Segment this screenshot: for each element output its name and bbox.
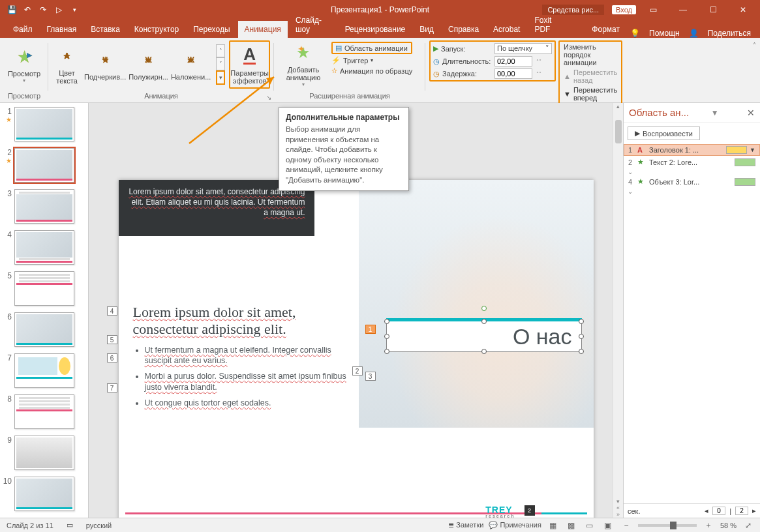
move-earlier-button[interactable]: ▲Переместить назад [564,68,617,84]
slide-thumbnails[interactable]: 1★ 2★ 3 4 5 6 7 8 9 10 [0,103,89,518]
anim-pane-item-1[interactable]: 1 A Заголовок 1: ... ▼ [624,144,760,156]
tab-design[interactable]: Конструктор [128,21,185,38]
slide-page-number: 2 [524,505,535,516]
animation-painter-button[interactable]: ✫ Анимация по образцу [331,66,412,75]
zoom-out-icon[interactable]: − [620,520,633,531]
bullet-3: Ut congue quis tortor eget sodales. [145,398,355,408]
slideshow-view-icon[interactable]: ▣ [601,520,615,531]
tab-transitions[interactable]: Переходы [187,21,236,38]
duration-input[interactable] [494,56,532,66]
minimize-button[interactable]: — [670,1,696,19]
save-icon[interactable]: 💾 [7,5,17,15]
zoom-slider[interactable] [638,524,697,527]
fit-window-icon[interactable]: ⤢ [742,520,755,531]
slide-text-left[interactable]: Lorem ipsum dolor sit amet, consectetur … [133,304,355,413]
thumb-7[interactable] [14,353,74,388]
timeline-pos-input[interactable] [712,507,725,515]
reorder-heading: Изменить порядок анимации [564,43,617,66]
vertical-scrollbar[interactable]: ▴▾«» [613,103,623,518]
thumb-10[interactable] [14,477,74,511]
sign-in-button[interactable]: Вход [612,5,636,14]
tab-review[interactable]: Рецензирование [339,21,412,38]
anim-bold[interactable]: ★Ж Полужирн... [129,40,168,89]
thumb-9[interactable] [14,436,74,470]
thumb-4[interactable] [14,230,74,265]
close-pane-icon[interactable]: ✕ [747,108,755,118]
anim-tag-7[interactable]: 7 [107,383,117,392]
tell-me-label[interactable]: Помощн [649,29,680,38]
tab-foxit[interactable]: Foxit PDF [528,12,571,38]
tab-help[interactable]: Справка [442,21,485,38]
anim-tag-6[interactable]: 6 [107,353,117,362]
anim-tag-5[interactable]: 5 [107,335,117,344]
notes-button[interactable]: ≣ Заметки [448,521,483,529]
thumb-5[interactable] [14,271,74,306]
timeline-end-input[interactable] [735,507,748,515]
title-textbox[interactable]: О нас [386,318,582,352]
reading-view-icon[interactable]: ▭ [583,520,596,531]
tab-view[interactable]: Вид [413,21,440,38]
thumb-6[interactable] [14,312,74,347]
qat-customize-icon[interactable]: ▾ [69,5,80,15]
close-button[interactable]: ✕ [730,1,756,19]
tab-insert[interactable]: Вставка [84,21,127,38]
preview-button[interactable]: ★▶ Просмотр ▾ [4,40,44,89]
dark-text: Lorem ipsum dolor sit amet, consectetur … [129,187,305,217]
tab-animations[interactable]: Анимация [238,21,288,38]
timeline-prev-icon[interactable]: ◂ [705,507,708,515]
quick-access-toolbar: 💾 ↶ ↷ ▷ ▾ [0,5,80,15]
chevron-down-icon[interactable]: ▼ [711,108,719,117]
ribbon-display-icon[interactable]: ▭ [640,1,666,19]
tab-format[interactable]: Формат [583,21,629,38]
start-from-beginning-icon[interactable]: ▷ [53,5,64,15]
anim-tag-4[interactable]: 4 [107,306,117,316]
thumb-3[interactable] [14,189,74,224]
anim-color-text[interactable]: ★А Цвет текста [52,40,82,89]
tab-file[interactable]: Файл [7,21,39,38]
collapse-ribbon-icon[interactable]: ˄ [753,42,756,49]
slide-canvas[interactable]: 4 5 6 7 Lorem ipsum dolor sit amet, cons… [119,180,594,518]
tell-me-icon[interactable]: 💡 [630,29,640,38]
expand-icon[interactable]: ⌄ [624,188,760,195]
thumb-2[interactable] [14,148,74,183]
svg-line-0 [189,77,274,143]
anim-underline[interactable]: ★Ч Подчеркив... [84,40,126,89]
thumb-1[interactable] [14,107,74,141]
tab-home[interactable]: Главная [40,21,84,38]
start-dropdown[interactable]: По щелчку˅ [494,43,552,54]
gallery-up-icon[interactable]: ˄ [216,44,225,57]
play-from-button[interactable]: ▶Воспроизвести [628,126,700,140]
undo-icon[interactable]: ↶ [22,5,33,15]
pane-icon: ▤ [335,44,342,52]
anim-tag-2[interactable]: 2 [352,366,363,376]
zoom-in-icon[interactable]: + [702,520,715,531]
expand-icon[interactable]: ⌄ [624,168,760,175]
maximize-button[interactable]: ☐ [700,1,726,19]
anim-tag-3[interactable]: 3 [365,372,376,381]
anim-tag-1[interactable]: 1 [365,325,376,334]
timeline-next-icon[interactable]: ▸ [752,507,756,515]
group-preview-caption: Просмотр [4,92,44,101]
tab-slideshow[interactable]: Слайд-шоу [289,12,337,38]
zoom-level[interactable]: 58 % [720,522,737,529]
anim-pane-item-2[interactable]: 2 ★ Текст 2: Lore... [624,156,760,168]
animation-pane-button[interactable]: ▤ Область анимации [331,42,412,54]
ribbon-tabs: Файл Главная Вставка Конструктор Переход… [0,20,760,38]
anim-pane-item-3[interactable]: 4 ★ Объект 3: Lor... [624,175,760,188]
comments-button[interactable]: 💬 Примечания [489,521,541,529]
item-menu-icon[interactable]: ▼ [750,147,755,153]
share-icon[interactable]: 👤 [689,29,699,38]
redo-icon[interactable]: ↷ [38,5,48,15]
slide-counter[interactable]: Слайд 2 из 11 [0,522,60,529]
tab-acrobat[interactable]: Acrobat [487,21,526,38]
delay-input[interactable] [494,68,532,79]
normal-view-icon[interactable]: ▦ [547,520,560,531]
trigger-button[interactable]: ⚡ Триггер ▾ [331,56,412,65]
sorter-view-icon[interactable]: ▩ [565,520,578,531]
gallery-down-icon[interactable]: ˅ [216,57,225,70]
move-later-button[interactable]: ▼Переместить вперед [564,86,617,102]
share-label[interactable]: Поделиться [708,29,751,38]
thumb-8[interactable] [14,394,74,429]
spellcheck-icon[interactable]: ▭ [67,521,73,529]
language-status[interactable]: русский [80,522,118,529]
